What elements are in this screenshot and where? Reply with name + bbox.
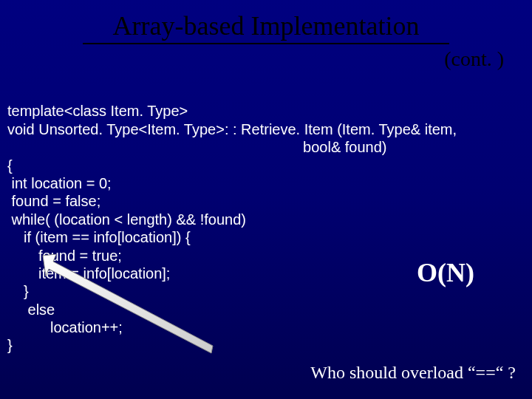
code-line: item = info[location];: [7, 265, 170, 282]
slide-subtitle: (cont. ): [0, 47, 532, 71]
code-line: while( (location < length) && !found): [7, 211, 246, 228]
question-text: Who should overload “==“ ?: [310, 363, 516, 383]
code-line: int location = 0;: [7, 175, 112, 191]
code-line: template<class Item. Type>: [7, 103, 188, 119]
code-line: void Unsorted. Type<Item. Type>: : Retri…: [7, 121, 457, 137]
code-line: {: [7, 157, 13, 174]
code-line: found = false;: [7, 193, 100, 209]
big-o-annotation: O(N): [417, 257, 474, 288]
code-line: found = true;: [7, 248, 122, 264]
code-line: }: [7, 337, 13, 353]
slide-title: Array-based Implementation: [0, 0, 532, 41]
code-line: bool& found): [7, 139, 387, 155]
code-line: else: [7, 301, 55, 318]
code-block: template<class Item. Type> void Unsorted…: [0, 84, 532, 355]
code-line: location++;: [7, 319, 123, 335]
code-line: }: [7, 283, 29, 299]
title-underline: [83, 43, 449, 44]
code-line: if (item == info[location]) {: [7, 229, 191, 245]
